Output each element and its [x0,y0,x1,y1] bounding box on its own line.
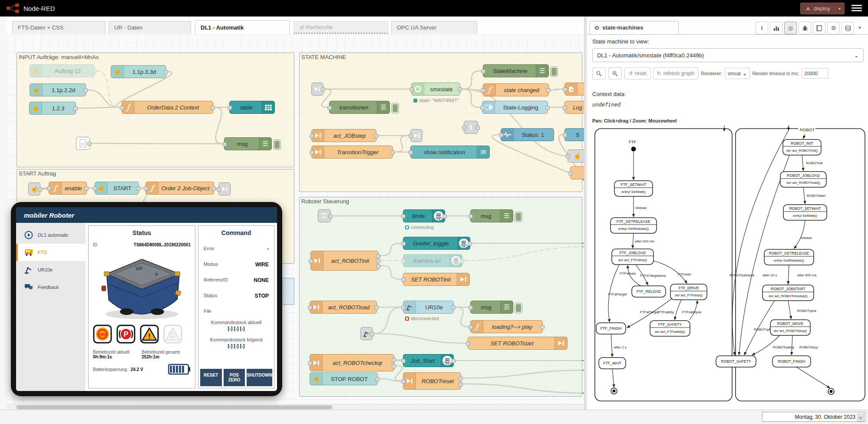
input-port[interactable] [409,150,413,155]
zoom-out-button[interactable] [592,67,606,80]
input-port[interactable] [462,126,466,130]
input-port[interactable] [401,214,406,219]
node-order-2-job-object[interactable]: ƒOrder 2 Job-Object [145,182,214,195]
node-transitiontrigger[interactable]: TransitionTrigger [311,146,393,159]
input-port[interactable] [401,305,406,310]
output-port[interactable] [442,214,447,219]
output-port[interactable] [376,259,380,263]
output-port[interactable] [370,332,374,336]
debug-toggle-button[interactable] [273,139,281,150]
node-opcua[interactable]: OPCUA [318,209,331,222]
input-port[interactable] [401,359,406,363]
output-port[interactable] [468,242,472,246]
input-port[interactable] [563,87,567,92]
shutdown-button[interactable]: SHUTDOWN [247,369,272,386]
output-port[interactable] [376,264,380,268]
input-port[interactable] [566,154,570,159]
node-statemachine[interactable]: ☰StateMachine [483,64,549,77]
node-greifer-toggle[interactable]: Greifer_toggle [403,237,470,250]
zoom-in-button[interactable] [608,67,622,80]
node-transitionen[interactable]: ☰transitionen [329,101,390,114]
output-port[interactable] [374,134,378,138]
tablet-menu-ur10e[interactable]: UR10e [16,261,86,278]
canvas-horizontal-scrollbar[interactable] [6,404,587,410]
output-port[interactable] [392,358,396,362]
node-1-1p-2-2d[interactable]: ☝1.1p.2.2d [30,83,86,96]
output-port[interactable] [451,305,455,310]
node-table[interactable]: table [229,101,275,114]
deploy-options-caret[interactable]: ▾ [835,6,844,11]
input-port[interactable] [499,133,503,137]
sidebar-more-caret[interactable]: ▾ [856,22,864,33]
node-smxstate[interactable]: smxstatestate: "WAIT4INIT" [411,83,460,96]
output-port[interactable] [540,325,545,329]
chart-tab-icon[interactable] [770,22,782,34]
node-state-changed[interactable]: ƒstate changed [483,83,549,96]
node-kamera-an[interactable]: Kamera an [403,254,462,267]
output-port[interactable] [136,186,141,191]
output-port[interactable] [92,69,96,73]
refresh-graph-button[interactable]: ↻refresh graph [653,67,698,80]
input-port[interactable] [563,106,567,110]
input-port[interactable] [469,214,473,219]
input-port[interactable] [309,259,313,263]
info-tab-icon[interactable]: i [756,22,768,34]
node-act-robotcheckqr[interactable]: act_ROBOTcheckqr [310,354,394,371]
node-1-2-3[interactable]: ☝1.2.3 [29,102,76,115]
node-msg[interactable]: ☰msg [224,137,272,150]
node-robotreset[interactable]: ROBOTreset [403,372,461,390]
node-state-logging[interactable]: State-Logging [482,101,548,114]
input-port[interactable] [144,186,148,191]
config-nodes-tab-icon[interactable] [842,22,854,34]
debug-toggle-button[interactable] [515,303,522,313]
input-port[interactable] [469,325,473,329]
node-set-robotinit[interactable]: SET ROBOTinit [403,273,470,286]
input-port[interactable] [563,133,567,137]
node-stop-robot[interactable]: ☝STOP ROBOT [310,372,378,385]
debug-toggle-button[interactable] [391,103,399,113]
input-port[interactable] [308,361,312,365]
input-port[interactable] [409,87,414,92]
node-grayinject[interactable]: ☝ [28,182,40,195]
input-port[interactable] [310,150,314,155]
output-port[interactable] [374,305,379,310]
output-port[interactable] [545,106,550,110]
tablet-menu-fts[interactable]: FTS [16,244,86,261]
node-orderdata-2-context[interactable]: ƒOrderData 2 Context [122,101,213,114]
gear-tab-icon[interactable]: ⚙ [827,22,840,34]
workspace-tab-opc-ua-server[interactable]: OPC UA Server [391,21,477,34]
node-write[interactable]: Writeconnecting [403,209,445,222]
input-port[interactable] [217,187,221,192]
state-machine-select[interactable]: DL1 - Automatik/smxstate (f4ff0ca0.2449b… [592,48,864,62]
workspace-tab-ur-daten[interactable]: UR - Daten [109,21,191,34]
output-port[interactable] [459,376,463,381]
tablet-menu-dl1-automatic[interactable]: DL1 automatic [16,226,86,244]
input-port[interactable] [466,341,470,346]
node-armgray[interactable] [360,327,373,340]
input-port[interactable] [93,186,97,191]
input-port[interactable] [120,106,124,110]
output-port[interactable] [328,214,333,219]
output-port[interactable] [458,87,462,92]
deploy-button[interactable]: deploy ▾ [800,3,845,14]
node-show-notification[interactable]: ✉show notification [410,146,490,159]
node-linkout1[interactable] [218,182,231,195]
input-port[interactable] [568,171,573,176]
reset-button[interactable]: ↺reset [624,67,650,80]
render-timeout-input[interactable]: 20000 [802,68,828,79]
output-port[interactable] [83,88,88,93]
output-port[interactable] [321,87,325,92]
input-port[interactable] [401,379,406,384]
book-tab-icon[interactable] [813,22,825,34]
node-auftrag-12[interactable]: ☝Auftrag 12 [30,64,95,77]
output-port[interactable] [73,106,78,111]
date-picker-icon[interactable]: ▤ [857,414,864,421]
output-port[interactable] [451,359,455,363]
input-port[interactable] [401,259,406,263]
debug-toggle-button[interactable] [550,66,558,77]
output-port[interactable] [375,377,380,381]
input-port[interactable] [469,305,473,310]
node-loading-play[interactable]: ƒloading?--> play [470,320,543,333]
input-port[interactable] [481,88,485,93]
node-enable[interactable]: ƒenable [49,182,87,195]
